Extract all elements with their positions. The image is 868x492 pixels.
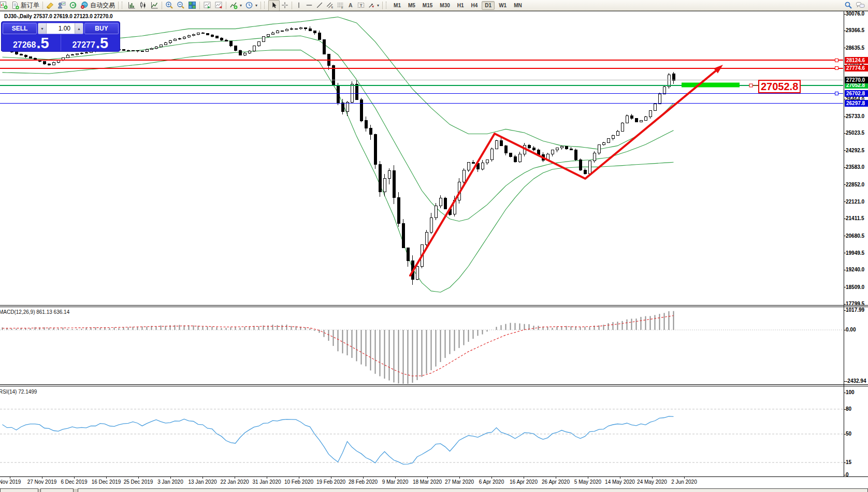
candle-chart-icon[interactable] xyxy=(137,1,149,10)
separator xyxy=(199,2,200,9)
current-price-badge: 27270.0 xyxy=(845,77,868,83)
bar-chart-icon[interactable] xyxy=(126,1,137,10)
tf-button-M1[interactable]: M1 xyxy=(390,1,404,10)
period-button[interactable]: ▾ xyxy=(243,1,259,10)
profile-icon[interactable] xyxy=(201,1,213,10)
y-axis-tick: 19949.5 xyxy=(846,250,864,256)
bottom-tab[interactable] xyxy=(40,488,74,492)
channel-tool[interactable]: E xyxy=(325,1,335,10)
price-line-badge: 26702.8 xyxy=(845,90,868,97)
toolbar: 新订单 自动交易 xyxy=(0,0,868,11)
separator xyxy=(42,2,43,9)
chart-canvas[interactable] xyxy=(0,0,868,492)
svg-text:A: A xyxy=(349,2,353,8)
styler-icon[interactable] xyxy=(45,1,56,10)
x-axis-label: 2 Jun 2020 xyxy=(661,479,707,485)
tf-button-D1[interactable]: D1 xyxy=(482,1,495,10)
bottom-tab[interactable] xyxy=(0,488,38,492)
step-forward-icon[interactable] xyxy=(213,1,224,10)
price-annotation[interactable]: 27052.8 xyxy=(758,80,801,93)
crosshair-tool[interactable] xyxy=(280,1,290,10)
macd-scale-label: -2432.94 xyxy=(846,378,866,384)
buy-button[interactable]: BUY xyxy=(84,23,119,34)
y-axis-tick: 17799.5 xyxy=(846,301,864,307)
volume-stepper: ▼ 1.00 ▲ xyxy=(38,23,83,34)
bottom-strip xyxy=(0,488,868,492)
bottom-tab[interactable] xyxy=(78,488,868,492)
text-label-tool[interactable]: T xyxy=(356,1,366,10)
rsi-scale-label: 80 xyxy=(846,406,851,412)
new-chart-icon[interactable] xyxy=(0,1,9,10)
tf-button-M30[interactable]: M30 xyxy=(437,1,453,10)
arrows-tool[interactable]: ▾ xyxy=(366,1,381,10)
autotrade-label: 自动交易 xyxy=(90,1,115,10)
timeframe-bar: M1M5M15M30H1H4D1W1MN xyxy=(390,1,526,10)
tf-button-W1[interactable]: W1 xyxy=(496,1,510,10)
y-axis-tick: 18509.0 xyxy=(846,284,864,290)
y-axis-tick: 20680.5 xyxy=(846,233,864,239)
tf-button-M5[interactable]: M5 xyxy=(405,1,418,10)
add-indicator-button[interactable]: ▾ xyxy=(228,1,243,10)
vertical-line-tool[interactable] xyxy=(294,1,304,10)
separator xyxy=(261,2,261,9)
bid-price-frac: .5 xyxy=(36,36,49,50)
tile-windows-icon[interactable] xyxy=(186,1,198,10)
ask-price-frac: .5 xyxy=(96,36,108,50)
horizontal-line-tool[interactable] xyxy=(304,1,314,10)
search-icon[interactable] xyxy=(843,1,854,10)
macd-indicator-label: MACD(12,26,9) 861.13 636.14 xyxy=(0,309,69,315)
y-axis-tick: 21411.5 xyxy=(846,215,864,221)
price-line-badge: 28124.6 xyxy=(845,57,868,64)
y-axis-tick: 23583.0 xyxy=(846,164,864,170)
svg-text:T: T xyxy=(360,3,363,8)
chevron-down-icon: ▾ xyxy=(377,3,379,8)
rsi-indicator-label: RSI(14) 72.1499 xyxy=(0,389,37,395)
svg-text:F: F xyxy=(341,6,343,9)
autotrade-button[interactable]: 自动交易 xyxy=(79,1,117,10)
one-click-trade-panel: SELL ▼ 1.00 ▲ BUY 27268.5 27277.5 xyxy=(1,21,120,52)
chevron-down-icon: ▾ xyxy=(240,3,242,8)
ask-price[interactable]: 27277.5 xyxy=(61,35,120,51)
zoom-out-icon[interactable] xyxy=(175,1,186,10)
price-line-badge: 27774.6 xyxy=(845,65,868,71)
zoom-in-icon[interactable] xyxy=(164,1,175,10)
separator xyxy=(226,2,226,9)
y-axis-tick: 19240.0 xyxy=(846,267,864,272)
mt4-window: 新订单 自动交易 xyxy=(0,0,868,492)
chat-icon[interactable] xyxy=(854,1,866,10)
new-order-button[interactable]: 新订单 xyxy=(9,1,41,10)
cursor-tool[interactable] xyxy=(268,0,280,11)
publisher-icon[interactable] xyxy=(56,1,67,10)
toolbar-grip xyxy=(122,2,124,9)
toolbar-grip xyxy=(386,2,388,9)
fibonacci-tool[interactable]: F xyxy=(335,1,345,10)
separator xyxy=(292,2,292,9)
sell-button[interactable]: SELL xyxy=(3,23,37,34)
volume-input[interactable]: 1.00 xyxy=(47,23,75,34)
y-axis-tick: 24292.5 xyxy=(846,148,864,153)
tf-button-MN[interactable]: MN xyxy=(511,1,525,10)
bid-price[interactable]: 27268.5 xyxy=(2,35,61,51)
tf-button-H4[interactable]: H4 xyxy=(468,1,481,10)
y-axis-tick: 25023.5 xyxy=(846,130,864,136)
volume-up-button[interactable]: ▲ xyxy=(75,23,83,34)
macd-scale-label: 1017.99 xyxy=(846,307,864,313)
chart-title: DJ30-,Daily 27537.0 27619.0 27123.0 2727… xyxy=(4,13,113,19)
toolbar-grip xyxy=(264,2,267,9)
trendline-tool[interactable] xyxy=(314,1,325,10)
y-axis-tick: 30076.0 xyxy=(846,11,864,17)
price-line-badge: 26297.8 xyxy=(845,100,868,107)
y-axis-tick: 28635.5 xyxy=(846,45,864,51)
rsi-scale-label: 15 xyxy=(846,459,851,465)
svg-text:E: E xyxy=(331,6,334,9)
tf-button-M15[interactable]: M15 xyxy=(419,1,436,10)
ask-price-main: 27277 xyxy=(72,40,95,50)
line-chart-icon[interactable] xyxy=(149,1,160,10)
news-icon[interactable] xyxy=(67,1,79,10)
volume-down-button[interactable]: ▼ xyxy=(38,23,47,34)
tf-button-H1[interactable]: H1 xyxy=(454,1,467,10)
separator xyxy=(382,2,383,9)
y-axis-tick: 29366.5 xyxy=(846,27,864,33)
text-tool[interactable]: A xyxy=(345,1,356,10)
y-axis-tick: 22852.0 xyxy=(846,182,864,187)
